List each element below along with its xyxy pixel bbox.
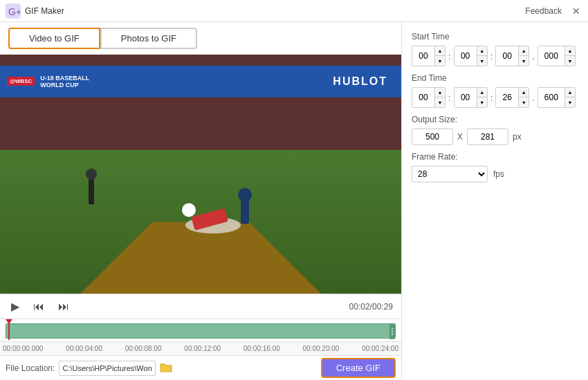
tab-bar: Video to GIF Photos to GIF — [0, 22, 401, 55]
controls-bar: ▶ ⏮ ⏭ 00:02/00:29 — [0, 294, 401, 319]
end-time-fields: ▲ ▼ : ▲ ▼ : ▲ — [412, 87, 578, 108]
start-hh-spinner: ▲ ▼ — [412, 46, 445, 66]
tab-video-to-gif[interactable]: Video to GIF — [8, 28, 100, 49]
start-ss-up[interactable]: ▲ — [519, 46, 529, 56]
start-hh-up[interactable]: ▲ — [435, 46, 445, 56]
play-button[interactable]: ▶ — [8, 298, 22, 314]
start-ss-arrows: ▲ ▼ — [518, 46, 529, 66]
timeline-bar — [6, 323, 396, 339]
start-hh-down[interactable]: ▼ — [435, 56, 445, 66]
close-button[interactable]: ✕ — [570, 5, 582, 17]
end-hh-arrows: ▲ ▼ — [434, 88, 445, 107]
title-bar-right: Feedback ✕ — [525, 5, 582, 17]
fps-label: fps — [493, 169, 504, 179]
end-ms-down[interactable]: ▼ — [565, 97, 575, 107]
svg-point-8 — [238, 188, 252, 202]
video-preview: @WBSC U-18 BASEBALLWORLD CUP HUBLOT — [0, 55, 401, 294]
end-time-section: End Time ▲ ▼ : ▲ ▼ — [412, 73, 578, 108]
video-area: @WBSC U-18 BASEBALLWORLD CUP HUBLOT — [0, 55, 401, 294]
start-ms-input[interactable] — [538, 46, 564, 66]
main-content: Video to GIF Photos to GIF @WBSC U-18 BA… — [0, 22, 588, 380]
start-ms-up[interactable]: ▲ — [565, 46, 575, 56]
end-hh-input[interactable] — [412, 88, 434, 107]
start-time-label: Start Time — [412, 32, 578, 41]
file-path-input[interactable] — [59, 361, 156, 376]
end-ss-input[interactable] — [496, 88, 518, 107]
start-mm-up[interactable]: ▲ — [477, 46, 487, 56]
ruler-marks: 00:00:00.000 00:00:04:00 00:00:08:00 00:… — [3, 345, 398, 352]
start-time-fields: ▲ ▼ : ▲ ▼ : ▲ — [412, 46, 578, 66]
timeline-right-handle[interactable] — [389, 324, 395, 339]
end-ss-up[interactable]: ▲ — [519, 88, 529, 97]
scene-stands: @WBSC U-18 BASEBALLWORLD CUP HUBLOT — [0, 55, 401, 162]
start-ss-spinner: ▲ ▼ — [495, 46, 529, 66]
start-ms-spinner: ▲ ▼ — [538, 46, 576, 66]
end-ss-down[interactable]: ▼ — [519, 97, 529, 107]
banner-text: U-18 BASEBALLWORLD CUP — [40, 75, 89, 88]
feedback-link[interactable]: Feedback — [525, 6, 562, 16]
left-panel: Video to GIF Photos to GIF @WBSC U-18 BA… — [0, 22, 401, 380]
timeline-indicator[interactable] — [8, 319, 10, 340]
end-hh-up[interactable]: ▲ — [435, 88, 445, 97]
start-time-section: Start Time ▲ ▼ : ▲ ▼ — [412, 32, 578, 66]
title-bar-left: G+ GIF Maker — [6, 3, 64, 19]
start-ss-down[interactable]: ▼ — [519, 56, 529, 66]
timeline-track[interactable] — [3, 322, 398, 341]
scene-banner: @WBSC U-18 BASEBALLWORLD CUP HUBLOT — [0, 66, 401, 98]
frame-rate-section: Frame Rate: 24 28 30 60 fps — [412, 152, 578, 182]
svg-rect-2 — [89, 177, 94, 205]
end-ms-spinner: ▲ ▼ — [538, 87, 576, 108]
start-ms-arrows: ▲ ▼ — [564, 46, 575, 66]
size-width-input[interactable] — [412, 129, 453, 145]
folder-button[interactable] — [160, 362, 172, 374]
output-size-label: Output Size: — [412, 115, 578, 124]
app-title: GIF Maker — [25, 6, 64, 16]
ruler-mark-3: 00:00:12:00 — [184, 345, 221, 352]
frame-rate-label: Frame Rate: — [412, 152, 578, 162]
px-label: px — [513, 132, 522, 142]
start-mm-input[interactable] — [454, 46, 477, 66]
timeline-ruler: 00:00:00.000 00:00:04:00 00:00:08:00 00:… — [0, 341, 401, 355]
skip-back-button[interactable]: ⏮ — [30, 299, 47, 314]
players-svg — [40, 163, 386, 246]
ruler-mark-2: 00:00:08:00 — [125, 345, 162, 352]
start-ms-down[interactable]: ▼ — [565, 56, 575, 66]
size-height-input[interactable] — [467, 129, 508, 145]
end-ss-arrows: ▲ ▼ — [518, 88, 529, 107]
start-ss-input[interactable] — [496, 46, 518, 66]
ruler-mark-5: 00:00:20:00 — [303, 345, 340, 352]
start-mm-spinner: ▲ ▼ — [454, 46, 488, 66]
end-mm-spinner: ▲ ▼ — [454, 87, 488, 108]
end-mm-input[interactable] — [454, 88, 477, 107]
output-size-section: Output Size: X px — [412, 115, 578, 145]
end-ms-input[interactable] — [538, 88, 564, 107]
create-gif-button[interactable]: Create GIF — [321, 358, 396, 378]
skip-forward-button[interactable]: ⏭ — [55, 299, 72, 314]
ruler-mark-6: 00:00:24:00 — [362, 345, 398, 352]
file-location-label: File Location: — [6, 363, 55, 373]
ruler-mark-0: 00:00:00.000 — [3, 345, 43, 352]
title-bar: G+ GIF Maker Feedback ✕ — [0, 0, 588, 22]
svg-text:G+: G+ — [8, 6, 21, 17]
x-separator: X — [457, 132, 463, 142]
end-mm-up[interactable]: ▲ — [477, 88, 487, 97]
fps-select[interactable]: 24 28 30 60 — [412, 166, 488, 182]
time-display: 00:02/00:29 — [349, 302, 393, 312]
start-hh-arrows: ▲ ▼ — [434, 46, 445, 66]
end-hh-down[interactable]: ▼ — [435, 97, 445, 107]
timeline-area: 00:00:00.000 00:00:04:00 00:00:08:00 00:… — [0, 319, 401, 355]
end-mm-down[interactable]: ▼ — [477, 97, 487, 107]
folder-icon — [160, 362, 172, 372]
tab-photos-to-gif[interactable]: Photos to GIF — [100, 28, 197, 49]
bottom-bar: File Location: Create GIF — [0, 355, 401, 380]
end-ms-up[interactable]: ▲ — [565, 88, 575, 97]
start-hh-input[interactable] — [412, 46, 434, 66]
start-mm-down[interactable]: ▼ — [477, 56, 487, 66]
end-ms-arrows: ▲ ▼ — [564, 88, 575, 107]
size-row: X px — [412, 129, 578, 145]
ruler-mark-1: 00:00:04:00 — [66, 345, 102, 352]
end-mm-arrows: ▲ ▼ — [477, 88, 487, 107]
ruler-mark-4: 00:00:16:00 — [244, 345, 280, 352]
end-ss-spinner: ▲ ▼ — [495, 87, 529, 108]
app-icon: G+ — [6, 3, 21, 19]
